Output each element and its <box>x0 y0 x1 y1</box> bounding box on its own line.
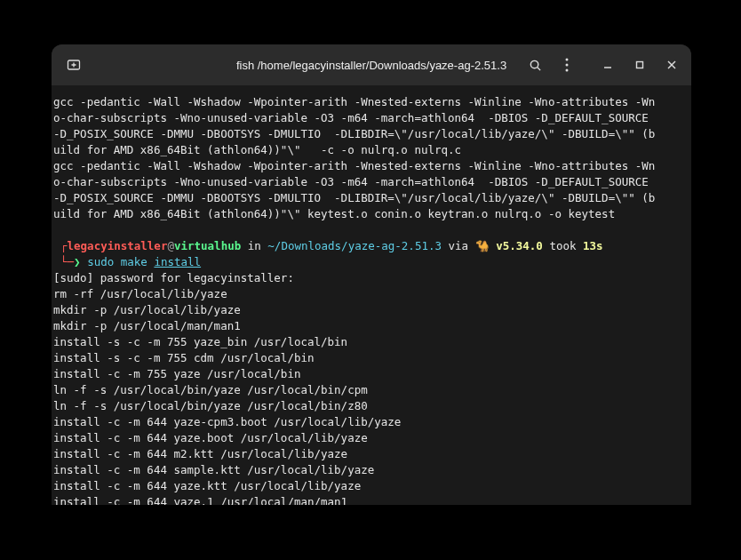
svg-point-5 <box>566 59 569 61</box>
svg-line-4 <box>537 67 539 69</box>
output-line: install -c -m 644 m2.ktt /usr/local/lib/… <box>52 446 691 462</box>
svg-point-7 <box>566 69 569 72</box>
output-line: o-char-subscripts -Wno-unused-variable -… <box>52 110 691 126</box>
output-line: [sudo] password for legacyinstaller: <box>52 270 691 286</box>
prompt-path: ~/Downloads/yaze-ag-2.51.3 <box>267 239 442 252</box>
close-button[interactable] <box>665 58 679 72</box>
menu-icon[interactable] <box>560 58 574 72</box>
cmd-install: install <box>154 255 201 268</box>
prompt-user: legacyinstaller <box>68 239 168 252</box>
output-line: uild for AMD x86_64Bit (athlon64))"\" ke… <box>52 206 691 222</box>
svg-rect-9 <box>637 62 643 68</box>
output-line: rm -rf /usr/local/lib/yaze <box>52 286 691 302</box>
perl-version: v5.34.0 <box>490 239 543 252</box>
search-icon[interactable] <box>528 58 542 72</box>
terminal-body[interactable]: gcc -pedantic -Wall -Wshadow -Wpointer-a… <box>52 85 691 505</box>
output-line: -D_POSIX_SOURCE -DMMU -DBOOTSYS -DMULTIO… <box>52 190 691 206</box>
output-line: ln -f -s /usr/local/bin/yaze /usr/local/… <box>52 382 691 398</box>
svg-point-3 <box>530 60 538 68</box>
output-line: -D_POSIX_SOURCE -DMMU -DBOOTSYS -DMULTIO… <box>52 126 691 142</box>
output-line: install -c -m 755 yaze /usr/local/bin <box>52 366 691 382</box>
output-line: install -c -m 644 yaze-cpm3.boot /usr/lo… <box>52 414 691 430</box>
window-title: fish /home/legacyinstaller/Downloads/yaz… <box>236 59 506 72</box>
output-line: install -s -c -m 755 cdm /usr/local/bin <box>52 350 691 366</box>
output-line: uild for AMD x86_64Bit (athlon64))"\" -c… <box>52 142 691 158</box>
output-line: install -c -m 644 yaze.boot /usr/local/l… <box>52 430 691 446</box>
output-line: gcc -pedantic -Wall -Wshadow -Wpointer-a… <box>52 94 691 110</box>
maximize-button[interactable] <box>633 58 647 72</box>
output-line: gcc -pedantic -Wall -Wshadow -Wpointer-a… <box>52 158 691 174</box>
prompt-arrow: ❯ <box>74 255 81 268</box>
prompt-host: virtualhub <box>174 239 241 252</box>
perl-icon: 🐪 <box>475 239 490 252</box>
prompt-context-line: ┌legacyinstaller@virtualhub in ~/Downloa… <box>52 238 691 254</box>
output-line: mkdir -p /usr/local/lib/yaze <box>52 302 691 318</box>
output-line: o-char-subscripts -Wno-unused-variable -… <box>52 174 691 190</box>
output-line: install -s -c -m 755 yaze_bin /usr/local… <box>52 334 691 350</box>
output-line: mkdir -p /usr/local/man/man1 <box>52 318 691 334</box>
new-tab-icon[interactable] <box>64 55 84 75</box>
prompt-command-line: └─❯ sudo make install <box>52 254 691 270</box>
cmd-make: make <box>121 255 147 268</box>
svg-point-6 <box>566 64 569 67</box>
output-line: install -c -m 644 yaze.1 /usr/local/man/… <box>52 494 691 505</box>
terminal-window: fish /home/legacyinstaller/Downloads/yaz… <box>52 44 691 505</box>
cmd-sudo: sudo <box>87 255 114 268</box>
output-line: ln -f -s /usr/local/bin/yaze /usr/local/… <box>52 398 691 414</box>
output-line: install -c -m 644 yaze.ktt /usr/local/li… <box>52 478 691 494</box>
minimize-button[interactable] <box>601 58 615 72</box>
titlebar: fish /home/legacyinstaller/Downloads/yaz… <box>52 44 691 85</box>
prompt-duration: 13s <box>583 239 603 252</box>
output-line: install -c -m 644 sample.ktt /usr/local/… <box>52 462 691 478</box>
